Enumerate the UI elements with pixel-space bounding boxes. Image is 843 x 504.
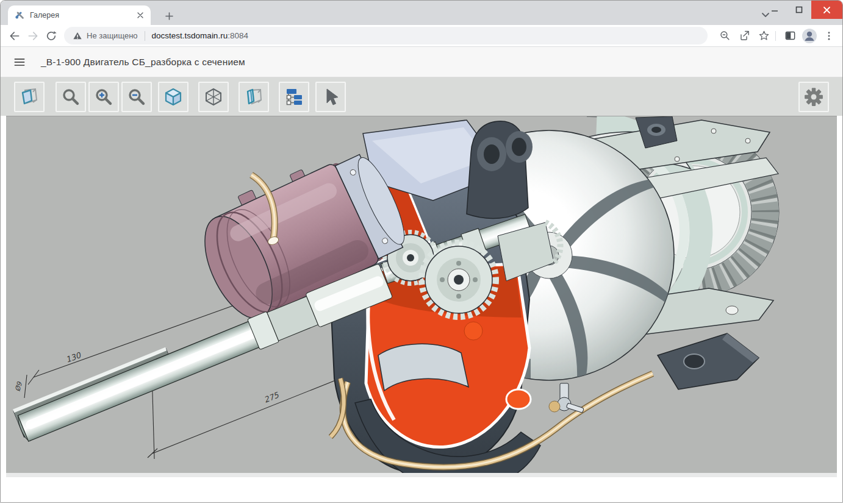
bookmark-star-icon xyxy=(758,30,770,41)
side-panel-button[interactable] xyxy=(781,27,798,44)
side-panel-icon xyxy=(784,30,796,41)
zoom-indicator-icon xyxy=(719,30,731,41)
back-button[interactable] xyxy=(5,27,24,45)
new-tab-button[interactable] xyxy=(160,7,178,24)
back-icon xyxy=(9,30,21,42)
magnifier-plus-icon xyxy=(94,87,113,107)
dimension-275-label: 275 xyxy=(263,390,281,404)
address-bar: Не защищено docstest.tsdomain.ru:8084 xyxy=(1,25,842,47)
window-controls xyxy=(762,1,842,19)
cube-shaded-icon xyxy=(163,87,183,107)
app-header: _В-1-900 Двигатель СБ_разборка с сечение… xyxy=(1,47,842,77)
reload-icon xyxy=(45,30,57,42)
zoom-indicator-button[interactable] xyxy=(716,27,733,44)
app-menu-button[interactable] xyxy=(7,49,32,75)
security-label: Не защищено xyxy=(87,31,138,40)
reload-button[interactable] xyxy=(42,27,60,45)
minimize-button[interactable] xyxy=(762,1,787,19)
tab-title: Галерея xyxy=(30,11,135,20)
omnibox[interactable]: Не защищено docstest.tsdomain.ru:8084 xyxy=(64,27,708,44)
warning-icon xyxy=(73,31,82,41)
zoom-in-button[interactable] xyxy=(88,82,119,112)
close-window-icon xyxy=(823,6,831,14)
view-orientation-button[interactable] xyxy=(14,82,45,112)
dimension-130-label: 130 xyxy=(65,350,83,364)
drain-valve xyxy=(549,383,584,413)
structure-tree-button[interactable] xyxy=(279,82,309,112)
forward-button[interactable] xyxy=(24,27,42,45)
plus-icon xyxy=(165,12,173,20)
dimension-diameter-label: Ø9 xyxy=(13,380,24,392)
share-button[interactable] xyxy=(736,27,753,44)
viewport-canvas[interactable]: 130 275 Ø9 xyxy=(6,116,837,473)
forward-icon xyxy=(27,30,39,42)
viewer-toolbar xyxy=(1,77,842,116)
tab-close-button[interactable] xyxy=(135,10,146,21)
profile-button[interactable] xyxy=(801,27,818,44)
tools-icon xyxy=(15,10,25,20)
maximize-icon xyxy=(795,6,803,13)
gear-icon xyxy=(803,87,824,107)
settings-button[interactable] xyxy=(798,82,829,112)
url-host: docstest.tsdomain.ru xyxy=(152,31,228,40)
cube-wireframe-icon xyxy=(204,87,223,107)
security-chip[interactable]: Не защищено xyxy=(73,31,138,41)
magnifier-minus-icon xyxy=(127,87,146,107)
close-window-button[interactable] xyxy=(811,1,842,19)
cube-section-icon xyxy=(243,87,264,107)
zoom-out-button[interactable] xyxy=(121,82,152,112)
tab-strip: Галерея xyxy=(1,1,842,25)
wireframe-display-button[interactable] xyxy=(198,82,229,112)
cursor-icon xyxy=(321,87,340,107)
url-port: :8084 xyxy=(228,31,248,40)
omnibox-actions xyxy=(714,27,838,44)
shaded-display-button[interactable] xyxy=(158,82,188,112)
close-icon xyxy=(137,12,143,18)
engine-model: 130 275 Ø9 xyxy=(6,116,837,473)
lifting-bracket xyxy=(467,121,533,219)
select-mode-button[interactable] xyxy=(315,82,346,112)
hamburger-icon xyxy=(13,55,26,69)
browser-window: Галерея xyxy=(0,0,843,503)
mounting-bracket xyxy=(658,333,759,389)
browser-menu-button[interactable] xyxy=(820,27,838,44)
bookmark-button[interactable] xyxy=(755,27,772,44)
browser-tab[interactable]: Галерея xyxy=(8,5,151,25)
section-display-button[interactable] xyxy=(239,82,269,112)
cube-face-icon xyxy=(19,87,40,107)
page-title: _В-1-900 Двигатель СБ_разборка с сечение… xyxy=(41,57,245,68)
zoom-window-button[interactable] xyxy=(56,82,86,112)
tree-icon xyxy=(284,87,304,107)
minimize-icon xyxy=(771,6,778,13)
viewport-footer-strip xyxy=(6,473,837,477)
menu-kebab-icon xyxy=(823,30,834,41)
actions-divider xyxy=(775,31,776,41)
magnifier-icon xyxy=(61,87,81,107)
omnibox-divider xyxy=(145,31,145,41)
share-icon xyxy=(739,30,750,41)
maximize-button[interactable] xyxy=(787,1,811,19)
profile-avatar-icon xyxy=(802,28,817,44)
